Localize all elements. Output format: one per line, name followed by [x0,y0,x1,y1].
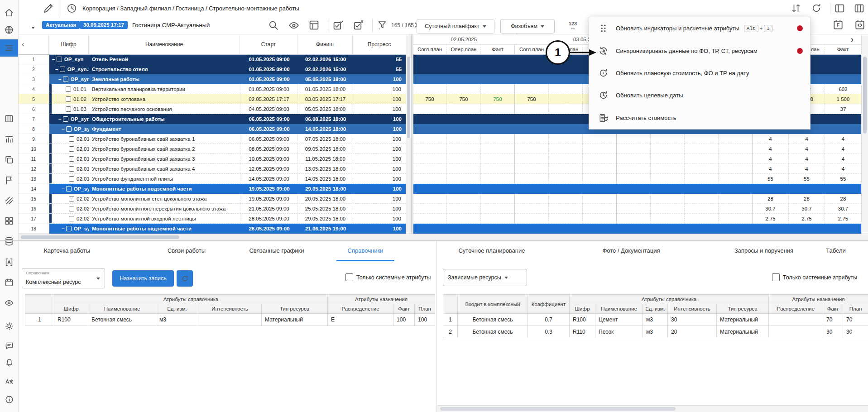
row-checkbox[interactable] [63,116,68,122]
sidebar-item-comments[interactable] [0,337,18,354]
sidebar-item-calendar[interactable] [0,274,18,291]
work-table-row[interactable]: 18−OP_syn.1.1Монолитные работы надземной… [18,224,406,234]
dependent-resources-select[interactable]: Зависимые ресурсы [443,269,527,286]
work-table-row[interactable]: 902.01.01Устройство буронабивных свай за… [18,134,406,144]
gantt-row[interactable]: 555555 [413,174,861,184]
sidebar-item-language[interactable] [0,21,18,38]
dependent-resource-row[interactable]: 2Бетонная смесь0.3R110Песокм320Материаль… [443,326,868,338]
tab-1-right[interactable]: Суточное планирование [458,247,525,254]
clock-icon[interactable] [66,3,77,14]
project-dropdown-caret[interactable] [28,24,35,30]
work-table-row[interactable]: 1702.02.03Устройство монолитной входной … [18,214,406,224]
check-cancel-icon[interactable] [353,19,364,31]
filter-icon[interactable] [377,19,388,30]
row-checkbox[interactable] [66,106,71,112]
gantt-row[interactable] [413,184,861,194]
layout-columns-icon[interactable] [854,3,865,14]
refresh-assignments-button[interactable] [177,270,193,287]
menu-item[interactable]: Синхронизировать данные по ФО, ТР, СТ, р… [589,39,810,62]
sidebar-item-copies[interactable] [0,151,18,168]
refresh-icon[interactable] [811,3,822,14]
row-checkbox[interactable] [69,146,74,152]
row-checkbox[interactable] [60,67,65,72]
row-checkbox[interactable] [69,156,74,162]
sidebar-item-board[interactable] [0,110,18,127]
gantt-row[interactable]: 2.752.752.75 [413,214,861,224]
row-checkbox[interactable] [66,186,72,192]
row-checkbox[interactable] [57,57,62,62]
menu-item[interactable]: Обновить плановую стоимость, ФО и ТР на … [589,62,810,84]
row-checkbox[interactable] [66,126,72,132]
check-apply-icon[interactable] [332,19,344,31]
col-header-code[interactable]: Шифр [49,34,89,54]
work-table-row[interactable]: 501.02Устройство котлована02.05.2025 17:… [18,94,406,104]
col-header-start[interactable]: Старт [240,34,297,54]
chevron-right-icon[interactable]: › [843,34,861,44]
work-table-row[interactable]: 1−OP_synОтель Речной01.05.2025 09:0002.0… [18,54,406,64]
menu-item[interactable]: Обновить целевые даты [589,84,810,106]
sidebar-item-data[interactable] [0,233,18,250]
row-checkbox[interactable] [69,206,74,211]
work-table-row[interactable]: 2−OP_syn.1Строительство отеля01.05.2025 … [18,64,406,74]
sidebar-item-modules[interactable] [0,212,18,230]
work-table-row[interactable]: 401.01Вертикальная планировка территории… [18,84,406,94]
row-checkbox[interactable] [63,77,68,82]
work-table-row[interactable]: 1102.01.03Устройство буронабивных свай з… [18,154,406,164]
gantt-row[interactable]: 444 [413,134,861,144]
gantt-row[interactable]: 444 [413,144,861,154]
work-table-row[interactable]: 1302.01.05Устройство фундаментной плиты1… [18,174,406,184]
gantt-row[interactable]: 444 [413,154,861,164]
gantt-mode-select[interactable]: Суточный план/факт [417,19,494,34]
row-checkbox[interactable] [66,226,72,231]
row-checkbox[interactable] [69,196,74,201]
eye-icon[interactable] [288,19,300,31]
gantt-row[interactable]: 282828 [413,194,861,204]
tab-4-right[interactable]: Табели [826,247,846,254]
tab-2-left[interactable]: Связи работы [168,247,206,254]
col-header-progress[interactable]: Прогресс [353,34,406,54]
work-table-row[interactable]: 601.03Устройство песчаного основания04.0… [18,104,406,114]
gantt-row[interactable] [413,224,861,234]
col-header-name[interactable]: Наименование [89,34,240,54]
work-table-row[interactable]: 3−OP_syn.1.1.1Земляные работы01.05.2025 … [18,74,406,84]
gantt-row[interactable]: 444 [413,164,861,174]
layout-left-icon[interactable] [834,3,845,14]
menu-item[interactable]: Рассчитать стоимость [589,107,810,129]
gantt-row[interactable]: 30.730.730.7 [413,204,861,214]
sidebar-item-notifications[interactable] [0,354,18,371]
sidebar-item-info[interactable] [0,391,18,408]
search-icon[interactable] [268,19,279,31]
panel-divider[interactable] [411,17,413,240]
gantt-vertical-scrollbar[interactable] [861,34,868,234]
tab-2-right[interactable]: Фото / Документация [602,247,660,254]
row-checkbox[interactable] [69,176,74,182]
sidebar-item-attributes[interactable] [0,254,18,271]
reference-row[interactable]: 1R100Бетонная смесьм3МатериальныйЕ100100 [25,314,435,326]
sidebar-item-home[interactable] [0,4,18,21]
row-checkbox[interactable] [66,96,71,102]
gantt-metric-select[interactable]: Физобъем [500,19,555,34]
tab-3-left[interactable]: Связанные графики [249,247,304,254]
pencil-icon[interactable] [43,2,54,14]
work-table-row[interactable]: 14−OP_syn.1.1Монолитные работы подземной… [18,184,406,194]
dependent-resource-row[interactable]: 1Бетонная смесь0.7R100Цементм330Материал… [443,314,868,326]
sidebar-item-structure[interactable] [0,39,18,57]
collapse-chevron-icon[interactable]: ‹ [18,34,49,54]
sidebar-item-charts[interactable] [0,130,18,148]
bottom-right-scrollbar[interactable] [437,405,868,412]
work-table-row[interactable]: 1502.02.01Устройство монолитных стен цок… [18,194,406,204]
work-table-row[interactable]: 8−OP_syn.1.1Фундамент06.05.2025 09:0014.… [18,124,406,134]
work-table-row[interactable]: 7−OP_syn.1.1.2Общестроительные работы06.… [18,114,406,124]
work-table-row[interactable]: 1602.02.02Устройство монолитного перекры… [18,204,406,214]
only-system-attributes-checkbox-right[interactable]: Только системные атрибуты [772,273,868,281]
sidebar-item-milestones[interactable] [0,172,18,189]
col-header-finish[interactable]: Финиш [297,34,353,54]
menu-item[interactable]: Обновить индикаторы и расчетные атрибуты… [589,17,810,39]
calendar-f-icon[interactable]: F [832,19,844,31]
assign-record-button[interactable]: Назначить запись [112,270,174,287]
sidebar-item-translate[interactable] [0,373,18,390]
sidebar-item-hatch[interactable] [0,192,18,209]
row-checkbox[interactable] [69,216,74,221]
swap-columns-icon[interactable] [791,3,801,14]
sidebar-item-view[interactable] [0,294,18,311]
